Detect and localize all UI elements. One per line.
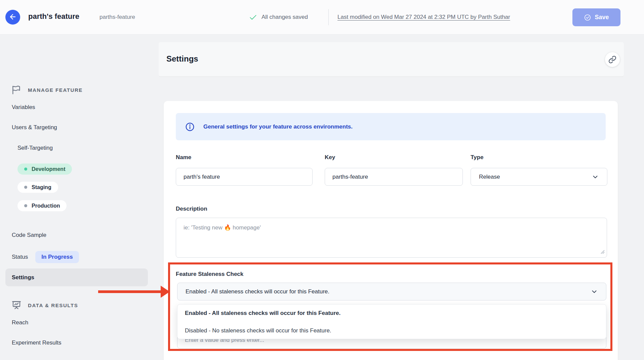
chevron-down-icon [591, 288, 598, 295]
info-icon [185, 122, 195, 132]
sidebar-item-variables[interactable]: Variables [12, 104, 35, 111]
manage-feature-heading: MANAGE FEATURE [28, 87, 83, 93]
app-header: parth's feature parths-feature All chang… [0, 0, 644, 35]
env-dot-production [24, 204, 27, 207]
sidebar: MANAGE FEATURE Variables Users & Targeti… [0, 35, 158, 360]
copy-link-button[interactable] [605, 52, 620, 67]
save-check-icon [584, 14, 591, 21]
staleness-option-enabled[interactable]: Enabled - All staleness checks will occu… [177, 304, 606, 322]
page-title: Settings [166, 54, 198, 64]
sidebar-settings-label: Settings [12, 274, 34, 281]
env-label-development: Development [32, 166, 65, 172]
data-results-section-header: DATA & RESULTS [11, 300, 78, 311]
back-button[interactable] [5, 10, 20, 25]
env-pill-production[interactable]: Production [17, 200, 67, 211]
feature-title: parth's feature [28, 12, 79, 21]
sidebar-item-settings[interactable]: Settings [5, 268, 148, 286]
env-dot-development [24, 168, 27, 171]
back-arrow-icon [9, 13, 17, 22]
save-button-label: Save [595, 14, 609, 21]
key-label: Key [325, 154, 335, 161]
type-select[interactable]: Release [471, 168, 607, 186]
description-field-wrap [176, 218, 607, 258]
header-divider [328, 9, 329, 25]
save-button[interactable]: Save [572, 8, 620, 26]
env-pill-development[interactable]: Development [17, 164, 72, 175]
flag-icon [11, 84, 22, 95]
data-results-heading: DATA & RESULTS [28, 302, 78, 308]
resize-grip-icon[interactable] [600, 249, 605, 255]
env-pill-staging[interactable]: Staging [17, 182, 58, 193]
info-banner: General settings for your feature across… [176, 113, 606, 140]
description-textarea[interactable] [176, 218, 607, 258]
type-label: Type [471, 154, 483, 161]
staleness-dropdown-menu: Enabled - All staleness checks will occu… [177, 304, 606, 339]
staleness-option-disabled[interactable]: Disabled - No staleness checks will occu… [177, 322, 606, 339]
status-row: Status In Progress [12, 251, 79, 263]
manage-feature-section-header: MANAGE FEATURE [11, 84, 83, 95]
sidebar-item-users-targeting[interactable]: Users & Targeting [12, 124, 57, 131]
type-select-value: Release [479, 174, 500, 180]
description-label: Description [176, 206, 207, 212]
env-label-staging: Staging [32, 184, 51, 190]
staleness-select-value: Enabled - All staleness checks will occu… [186, 288, 329, 295]
sidebar-item-self-targeting[interactable]: Self-Targeting [17, 145, 53, 151]
sidebar-item-experiment-results[interactable]: Experiment Results [12, 339, 61, 346]
staleness-select[interactable]: Enabled - All staleness checks will occu… [177, 283, 606, 300]
settings-card: General settings for your feature across… [164, 101, 618, 360]
env-label-production: Production [32, 203, 60, 209]
key-input[interactable] [325, 168, 463, 186]
name-label: Name [176, 154, 191, 161]
staleness-label: Feature Staleness Check [176, 271, 243, 278]
chevron-down-icon [592, 173, 599, 181]
status-label: Status [12, 254, 28, 260]
sidebar-item-reach[interactable]: Reach [12, 319, 28, 326]
presentation-chart-icon [11, 300, 22, 311]
saved-status-text: All changes saved [261, 14, 308, 21]
saved-check-icon [249, 13, 257, 23]
feature-key-subtitle: parths-feature [99, 14, 135, 21]
link-icon [608, 56, 616, 64]
info-banner-text: General settings for your feature across… [203, 123, 353, 130]
settings-title-panel: Settings [159, 42, 624, 77]
status-badge[interactable]: In Progress [35, 251, 79, 263]
env-dot-staging [24, 186, 27, 189]
sidebar-item-code-sample[interactable]: Code Sample [12, 232, 46, 239]
name-input[interactable] [176, 168, 313, 186]
last-modified-link[interactable]: Last modified on Wed Mar 27 2024 at 2:32… [337, 14, 510, 21]
